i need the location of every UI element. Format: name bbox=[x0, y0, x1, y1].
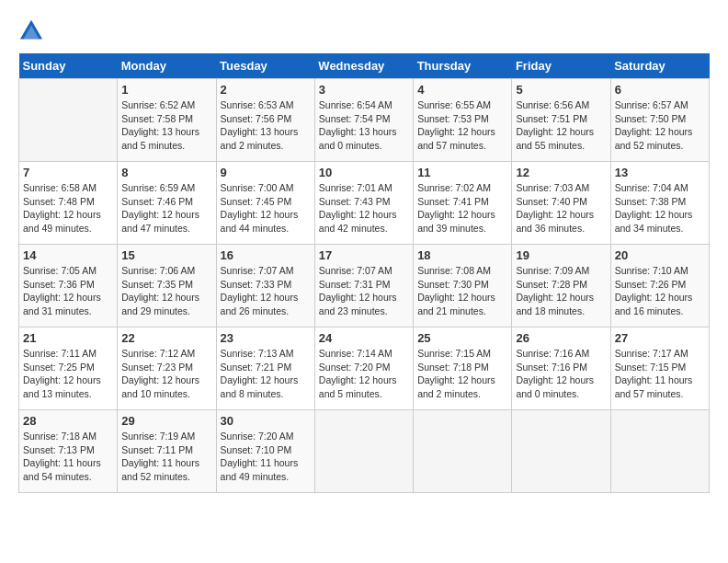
day-number: 12 bbox=[516, 166, 606, 179]
day-info: Sunrise: 7:17 AM Sunset: 7:15 PM Dayligh… bbox=[615, 347, 705, 401]
day-info: Sunrise: 7:16 AM Sunset: 7:16 PM Dayligh… bbox=[516, 347, 606, 401]
day-info: Sunrise: 7:07 AM Sunset: 7:31 PM Dayligh… bbox=[319, 264, 409, 318]
day-number: 8 bbox=[121, 166, 211, 179]
header-thursday: Thursday bbox=[414, 53, 512, 79]
header-friday: Friday bbox=[512, 53, 610, 79]
header-tuesday: Tuesday bbox=[216, 53, 314, 79]
day-number: 9 bbox=[221, 166, 311, 179]
day-number: 2 bbox=[221, 83, 311, 97]
day-info: Sunrise: 6:57 AM Sunset: 7:50 PM Dayligh… bbox=[615, 98, 705, 153]
table-row: 14Sunrise: 7:05 AM Sunset: 7:36 PM Dayli… bbox=[19, 245, 118, 327]
day-number: 16 bbox=[221, 248, 311, 262]
day-number: 1 bbox=[121, 83, 211, 97]
table-row: 12Sunrise: 7:03 AM Sunset: 7:40 PM Dayli… bbox=[512, 162, 610, 245]
table-row: 11Sunrise: 7:02 AM Sunset: 7:41 PM Dayli… bbox=[414, 162, 512, 245]
day-number: 23 bbox=[221, 331, 311, 345]
table-row: 30Sunrise: 7:20 AM Sunset: 7:10 PM Dayli… bbox=[216, 410, 314, 493]
day-number: 29 bbox=[121, 414, 211, 428]
table-row: 13Sunrise: 7:04 AM Sunset: 7:38 PM Dayli… bbox=[610, 162, 709, 245]
table-row: 3Sunrise: 6:54 AM Sunset: 7:54 PM Daylig… bbox=[314, 79, 413, 162]
day-info: Sunrise: 6:55 AM Sunset: 7:53 PM Dayligh… bbox=[417, 98, 507, 153]
table-row: 7Sunrise: 6:58 AM Sunset: 7:48 PM Daylig… bbox=[19, 162, 118, 245]
day-info: Sunrise: 7:03 AM Sunset: 7:40 PM Dayligh… bbox=[516, 181, 606, 236]
table-row: 28Sunrise: 7:18 AM Sunset: 7:13 PM Dayli… bbox=[19, 410, 118, 493]
table-row bbox=[19, 79, 118, 162]
day-number: 4 bbox=[417, 83, 507, 97]
day-info: Sunrise: 7:15 AM Sunset: 7:18 PM Dayligh… bbox=[417, 347, 507, 401]
table-row: 6Sunrise: 6:57 AM Sunset: 7:50 PM Daylig… bbox=[610, 79, 709, 162]
table-row: 26Sunrise: 7:16 AM Sunset: 7:16 PM Dayli… bbox=[512, 327, 610, 410]
table-row bbox=[610, 410, 709, 493]
header-wednesday: Wednesday bbox=[314, 53, 413, 79]
day-number: 6 bbox=[615, 83, 705, 97]
header-saturday: Saturday bbox=[610, 53, 709, 79]
week-row-2: 7Sunrise: 6:58 AM Sunset: 7:48 PM Daylig… bbox=[19, 162, 710, 245]
table-row: 4Sunrise: 6:55 AM Sunset: 7:53 PM Daylig… bbox=[414, 79, 512, 162]
day-info: Sunrise: 7:09 AM Sunset: 7:28 PM Dayligh… bbox=[516, 264, 606, 318]
table-row: 17Sunrise: 7:07 AM Sunset: 7:31 PM Dayli… bbox=[314, 245, 413, 327]
table-row bbox=[512, 410, 610, 493]
week-row-4: 21Sunrise: 7:11 AM Sunset: 7:25 PM Dayli… bbox=[19, 327, 710, 410]
table-row: 8Sunrise: 6:59 AM Sunset: 7:46 PM Daylig… bbox=[118, 162, 216, 245]
day-number: 13 bbox=[615, 166, 705, 179]
day-info: Sunrise: 7:00 AM Sunset: 7:45 PM Dayligh… bbox=[221, 181, 311, 236]
day-number: 21 bbox=[23, 331, 113, 345]
day-number: 30 bbox=[221, 414, 311, 428]
table-row: 19Sunrise: 7:09 AM Sunset: 7:28 PM Dayli… bbox=[512, 245, 610, 327]
table-row: 15Sunrise: 7:06 AM Sunset: 7:35 PM Dayli… bbox=[118, 245, 216, 327]
day-info: Sunrise: 7:04 AM Sunset: 7:38 PM Dayligh… bbox=[615, 181, 705, 236]
table-row: 27Sunrise: 7:17 AM Sunset: 7:15 PM Dayli… bbox=[610, 327, 709, 410]
table-row: 20Sunrise: 7:10 AM Sunset: 7:26 PM Dayli… bbox=[610, 245, 709, 327]
header-sunday: Sunday bbox=[19, 53, 118, 79]
day-number: 19 bbox=[516, 248, 606, 262]
day-info: Sunrise: 7:14 AM Sunset: 7:20 PM Dayligh… bbox=[319, 347, 409, 401]
day-number: 20 bbox=[615, 248, 705, 262]
day-info: Sunrise: 7:06 AM Sunset: 7:35 PM Dayligh… bbox=[121, 264, 211, 318]
day-info: Sunrise: 7:18 AM Sunset: 7:13 PM Dayligh… bbox=[23, 430, 113, 484]
table-row bbox=[314, 410, 413, 493]
logo-icon bbox=[18, 18, 44, 44]
table-row: 2Sunrise: 6:53 AM Sunset: 7:56 PM Daylig… bbox=[216, 79, 314, 162]
day-info: Sunrise: 7:08 AM Sunset: 7:30 PM Dayligh… bbox=[417, 264, 507, 318]
table-row: 16Sunrise: 7:07 AM Sunset: 7:33 PM Dayli… bbox=[216, 245, 314, 327]
day-number: 11 bbox=[417, 166, 507, 179]
day-number: 18 bbox=[417, 248, 507, 262]
day-info: Sunrise: 7:13 AM Sunset: 7:21 PM Dayligh… bbox=[221, 347, 311, 401]
day-number: 14 bbox=[23, 248, 113, 262]
table-row: 5Sunrise: 6:56 AM Sunset: 7:51 PM Daylig… bbox=[512, 79, 610, 162]
day-number: 15 bbox=[121, 248, 211, 262]
table-row: 18Sunrise: 7:08 AM Sunset: 7:30 PM Dayli… bbox=[414, 245, 512, 327]
day-number: 7 bbox=[23, 166, 113, 179]
table-row bbox=[414, 410, 512, 493]
day-info: Sunrise: 6:56 AM Sunset: 7:51 PM Dayligh… bbox=[516, 98, 606, 153]
week-row-5: 28Sunrise: 7:18 AM Sunset: 7:13 PM Dayli… bbox=[19, 410, 710, 493]
day-info: Sunrise: 7:12 AM Sunset: 7:23 PM Dayligh… bbox=[121, 347, 211, 401]
day-info: Sunrise: 7:10 AM Sunset: 7:26 PM Dayligh… bbox=[615, 264, 705, 318]
day-info: Sunrise: 6:58 AM Sunset: 7:48 PM Dayligh… bbox=[23, 181, 113, 236]
day-number: 3 bbox=[319, 83, 409, 97]
day-number: 24 bbox=[319, 331, 409, 345]
day-number: 5 bbox=[516, 83, 606, 97]
calendar-table: SundayMondayTuesdayWednesdayThursdayFrid… bbox=[18, 53, 710, 493]
table-row: 23Sunrise: 7:13 AM Sunset: 7:21 PM Dayli… bbox=[216, 327, 314, 410]
day-number: 17 bbox=[319, 248, 409, 262]
table-row: 10Sunrise: 7:01 AM Sunset: 7:43 PM Dayli… bbox=[314, 162, 413, 245]
day-number: 25 bbox=[417, 331, 507, 345]
day-info: Sunrise: 6:53 AM Sunset: 7:56 PM Dayligh… bbox=[221, 98, 311, 153]
calendar-header-row: SundayMondayTuesdayWednesdayThursdayFrid… bbox=[19, 53, 710, 79]
week-row-3: 14Sunrise: 7:05 AM Sunset: 7:36 PM Dayli… bbox=[19, 245, 710, 327]
week-row-1: 1Sunrise: 6:52 AM Sunset: 7:58 PM Daylig… bbox=[19, 79, 710, 162]
day-info: Sunrise: 6:54 AM Sunset: 7:54 PM Dayligh… bbox=[319, 98, 409, 153]
day-info: Sunrise: 7:02 AM Sunset: 7:41 PM Dayligh… bbox=[417, 181, 507, 236]
day-info: Sunrise: 7:19 AM Sunset: 7:11 PM Dayligh… bbox=[121, 430, 211, 484]
day-info: Sunrise: 7:20 AM Sunset: 7:10 PM Dayligh… bbox=[221, 430, 311, 484]
day-number: 26 bbox=[516, 331, 606, 345]
day-info: Sunrise: 6:59 AM Sunset: 7:46 PM Dayligh… bbox=[121, 181, 211, 236]
table-row: 1Sunrise: 6:52 AM Sunset: 7:58 PM Daylig… bbox=[118, 79, 216, 162]
logo bbox=[18, 18, 48, 44]
day-number: 10 bbox=[319, 166, 409, 179]
table-row: 9Sunrise: 7:00 AM Sunset: 7:45 PM Daylig… bbox=[216, 162, 314, 245]
day-number: 28 bbox=[23, 414, 113, 428]
day-number: 27 bbox=[615, 331, 705, 345]
day-number: 22 bbox=[121, 331, 211, 345]
